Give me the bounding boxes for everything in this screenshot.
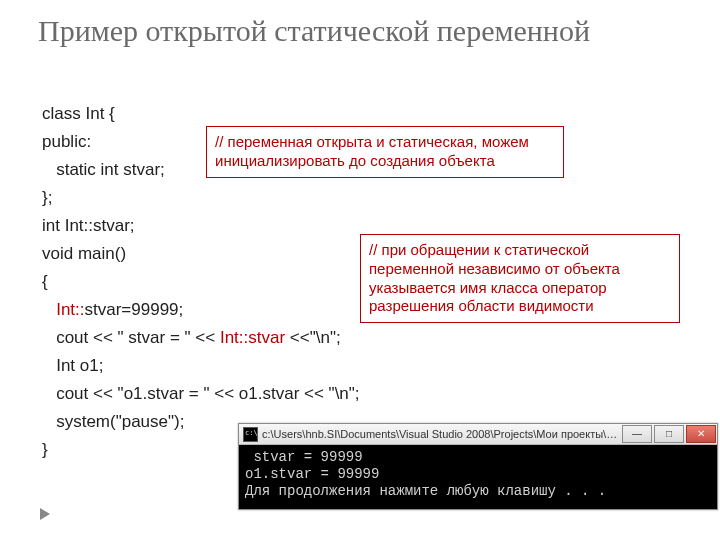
annotation-box-1: // переменная открыта и статическая, мож…	[206, 126, 564, 178]
code-line: system("pause");	[42, 412, 184, 431]
maximize-button[interactable]: □	[654, 425, 684, 443]
code-line: cout << "o1.stvar = " << o1.stvar << "\n…	[42, 384, 360, 403]
console-app-icon	[243, 427, 258, 442]
console-titlebar: c:\Users\hnb.SI\Documents\Visual Studio …	[239, 424, 717, 445]
code-line: cout << " stvar = " << Int::stvar <<"\n"…	[42, 328, 341, 347]
console-title-path: c:\Users\hnb.SI\Documents\Visual Studio …	[262, 428, 621, 440]
code-line: int Int::stvar;	[42, 216, 135, 235]
window-buttons: — □ ✕	[621, 424, 717, 444]
slide: Пример открытой статической переменной c…	[0, 0, 720, 540]
console-line: Для продолжения нажмите любую клавишу . …	[245, 483, 606, 499]
console-output: stvar = 99999 o1.stvar = 99999 Для продо…	[239, 445, 717, 509]
code-line: Int::stvar=99999;	[42, 300, 183, 319]
code-line: }	[42, 440, 48, 459]
code-line: {	[42, 272, 48, 291]
code-line: void main()	[42, 244, 126, 263]
minimize-button[interactable]: —	[622, 425, 652, 443]
close-button[interactable]: ✕	[686, 425, 716, 443]
console-window: c:\Users\hnb.SI\Documents\Visual Studio …	[238, 423, 718, 510]
console-line: o1.stvar = 99999	[245, 466, 379, 482]
code-line: Int o1;	[42, 356, 103, 375]
code-line: };	[42, 188, 52, 207]
annotation-box-2: // при обращении к статической переменно…	[360, 234, 680, 323]
console-line: stvar = 99999	[245, 449, 363, 465]
code-line: static int stvar;	[42, 160, 165, 179]
code-line: class Int {	[42, 104, 115, 123]
code-line: public:	[42, 132, 91, 151]
slide-title: Пример открытой статической переменной	[38, 14, 678, 49]
slide-arrow-icon	[40, 508, 50, 520]
